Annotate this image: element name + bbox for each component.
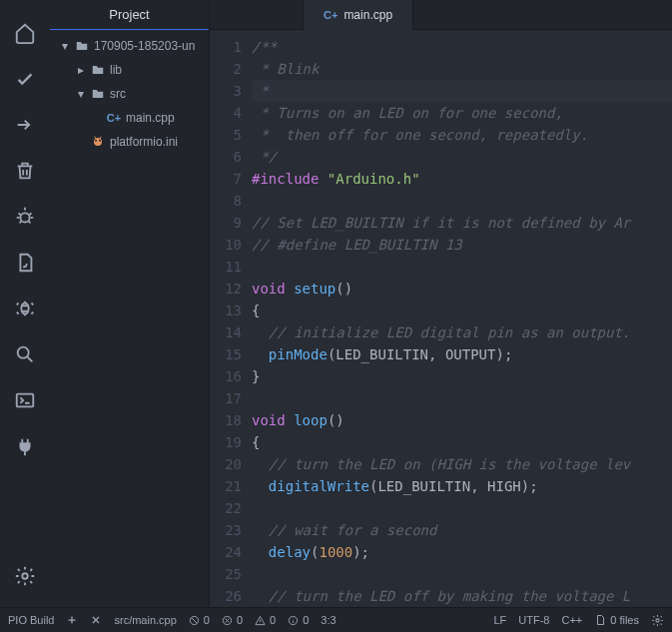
line-gutter: 1234567891011121314151617181920212223242…	[210, 30, 252, 607]
code-line[interactable]: #include "Arduino.h"	[252, 168, 672, 190]
status-eol[interactable]: LF	[493, 614, 506, 626]
tree-folder-lib[interactable]: ▸ lib	[50, 58, 209, 82]
platformio-icon	[90, 134, 106, 150]
bug-icon[interactable]	[0, 194, 50, 240]
status-language[interactable]: C++	[561, 614, 582, 626]
git-add-icon[interactable]	[66, 614, 78, 626]
new-file-icon[interactable]	[0, 240, 50, 286]
home-icon[interactable]	[0, 10, 50, 56]
check-icon[interactable]	[0, 56, 50, 102]
editor-area: C+ main.cpp 1234567891011121314151617181…	[210, 0, 672, 607]
chevron-down-icon: ▾	[60, 39, 70, 53]
editor-tab[interactable]: C+ main.cpp	[303, 0, 413, 30]
svg-point-0	[20, 213, 29, 222]
code-line[interactable]: /**	[252, 36, 672, 58]
code-line[interactable]: }	[252, 365, 672, 387]
code-line[interactable]: void setup()	[252, 278, 672, 300]
tree-label: main.cpp	[126, 111, 175, 125]
status-bar: PIO Build src/main.cpp 0 0 0 0 3:3 LF UT…	[0, 607, 672, 632]
status-gear-icon[interactable]	[651, 614, 664, 627]
code-line[interactable]: // wait for a second	[252, 519, 672, 541]
cursor-position[interactable]: 3:3	[321, 614, 336, 626]
tree-folder-src[interactable]: ▾ src	[50, 82, 209, 106]
svg-point-7	[99, 140, 101, 142]
tree-root[interactable]: ▾ 170905-185203-un	[50, 34, 209, 58]
code-line[interactable]: * Turns on an LED on for one second,	[252, 102, 672, 124]
gear-icon[interactable]	[0, 553, 50, 599]
code-line[interactable]: * then off for one second, repeatedly.	[252, 124, 672, 146]
code-line[interactable]: // turn the LED off by making the voltag…	[252, 585, 672, 607]
trash-icon[interactable]	[0, 148, 50, 194]
code-line[interactable]	[252, 190, 672, 212]
folder-icon	[90, 86, 106, 102]
code-line[interactable]: * Blink	[252, 58, 672, 80]
code-line[interactable]	[252, 256, 672, 278]
status-info[interactable]: 0	[288, 614, 309, 626]
status-path[interactable]: src/main.cpp	[114, 614, 176, 626]
tab-bar: C+ main.cpp	[210, 0, 672, 30]
status-files[interactable]: 0 files	[594, 614, 639, 626]
tree-label: lib	[110, 63, 122, 77]
svg-rect-3	[17, 394, 34, 407]
code-lines[interactable]: /** * Blink * * Turns on an LED on for o…	[252, 30, 672, 607]
code-line[interactable]: void loop()	[252, 409, 672, 431]
status-deprecations[interactable]: 0	[189, 614, 210, 626]
search-icon[interactable]	[0, 331, 50, 377]
close-icon[interactable]	[90, 614, 102, 626]
svg-point-2	[18, 347, 29, 358]
code-line[interactable]: *	[252, 80, 672, 102]
svg-point-4	[22, 573, 28, 579]
code-editor[interactable]: 1234567891011121314151617181920212223242…	[210, 30, 672, 607]
code-line[interactable]	[252, 387, 672, 409]
cpp-icon: C+	[324, 9, 337, 21]
arrow-right-icon[interactable]	[0, 102, 50, 148]
code-line[interactable]: {	[252, 300, 672, 321]
tab-label: main.cpp	[343, 8, 392, 22]
status-errors[interactable]: 0	[222, 614, 243, 626]
code-line[interactable]: // Set LED_BUILTIN if it is not defined …	[252, 212, 672, 234]
terminal-icon[interactable]	[0, 377, 50, 423]
status-warnings[interactable]: 0	[255, 614, 276, 626]
code-line[interactable]	[252, 563, 672, 585]
status-encoding[interactable]: UTF-8	[518, 614, 549, 626]
code-line[interactable]: // turn the LED on (HIGH is the voltage …	[252, 453, 672, 475]
folder-icon	[90, 62, 106, 78]
tree-label: 170905-185203-un	[94, 39, 195, 53]
code-line[interactable]: pinMode(LED_BUILTIN, OUTPUT);	[252, 343, 672, 365]
debug-alt-icon[interactable]	[0, 286, 50, 331]
status-build[interactable]: PIO Build	[8, 614, 54, 626]
tree-label: platformio.ini	[110, 135, 178, 149]
code-line[interactable]: delay(1000);	[252, 541, 672, 563]
code-line[interactable]: digitalWrite(LED_BUILTIN, HIGH);	[252, 475, 672, 497]
chevron-right-icon: ▸	[76, 63, 86, 77]
tree-label: src	[110, 87, 126, 101]
chevron-down-icon: ▾	[76, 87, 86, 101]
folder-icon	[74, 38, 90, 54]
code-line[interactable]: */	[252, 146, 672, 168]
code-line[interactable]: // #define LED_BUILTIN 13	[252, 234, 672, 256]
svg-point-6	[95, 140, 97, 142]
project-panel: Project ▾ 170905-185203-un ▸ lib ▾ src C…	[50, 0, 210, 607]
svg-point-5	[94, 138, 102, 146]
svg-point-11	[656, 618, 659, 621]
plug-icon[interactable]	[0, 423, 50, 469]
tree-file-main[interactable]: C+ main.cpp	[50, 106, 209, 130]
activity-bar	[0, 0, 50, 607]
code-line[interactable]: {	[252, 431, 672, 453]
panel-title[interactable]: Project	[50, 0, 209, 30]
cpp-icon: C+	[106, 110, 122, 126]
tree-file-ini[interactable]: platformio.ini	[50, 130, 209, 154]
code-line[interactable]	[252, 497, 672, 519]
svg-point-1	[21, 304, 28, 315]
code-line[interactable]: // initialize LED digital pin as an outp…	[252, 321, 672, 343]
